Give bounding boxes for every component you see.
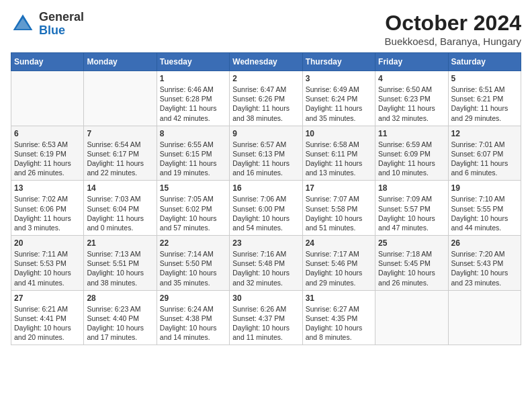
day-number: 19 <box>451 183 518 193</box>
title-block: October 2024 Buekkoesd, Baranya, Hungary <box>385 11 521 47</box>
day-info: Sunrise: 6:51 AM Sunset: 6:21 PM Dayligh… <box>451 85 518 123</box>
day-info: Sunrise: 6:24 AM Sunset: 4:38 PM Dayligh… <box>160 304 226 342</box>
calendar-day: 31Sunrise: 6:27 AM Sunset: 4:35 PM Dayli… <box>302 290 375 345</box>
day-number: 12 <box>451 129 518 138</box>
day-number: 11 <box>378 129 445 138</box>
calendar-header-row: SundayMondayTuesdayWednesdayThursdayFrid… <box>11 53 521 71</box>
day-number: 22 <box>160 238 226 248</box>
day-number: 14 <box>87 183 153 193</box>
day-info: Sunrise: 6:59 AM Sunset: 6:09 PM Dayligh… <box>378 140 445 178</box>
day-number: 21 <box>87 238 153 248</box>
day-number: 20 <box>14 238 81 248</box>
day-number: 31 <box>306 293 372 303</box>
calendar-day: 7Sunrise: 6:54 AM Sunset: 6:17 PM Daylig… <box>84 126 157 181</box>
calendar-day <box>84 71 157 126</box>
calendar-day: 14Sunrise: 7:03 AM Sunset: 6:04 PM Dayli… <box>84 181 157 236</box>
day-info: Sunrise: 7:13 AM Sunset: 5:51 PM Dayligh… <box>87 249 153 287</box>
day-info: Sunrise: 7:06 AM Sunset: 6:00 PM Dayligh… <box>232 194 299 232</box>
day-info: Sunrise: 6:49 AM Sunset: 6:24 PM Dayligh… <box>306 85 372 123</box>
day-info: Sunrise: 6:21 AM Sunset: 4:41 PM Dayligh… <box>14 304 81 342</box>
day-number: 23 <box>232 238 299 248</box>
day-info: Sunrise: 6:47 AM Sunset: 6:26 PM Dayligh… <box>232 85 299 123</box>
day-number: 4 <box>378 74 445 83</box>
day-number: 6 <box>14 129 81 138</box>
calendar-day: 25Sunrise: 7:18 AM Sunset: 5:45 PM Dayli… <box>375 236 448 291</box>
day-info: Sunrise: 7:07 AM Sunset: 5:58 PM Dayligh… <box>306 194 372 232</box>
day-info: Sunrise: 7:01 AM Sunset: 6:07 PM Dayligh… <box>451 140 518 178</box>
calendar-day: 13Sunrise: 7:02 AM Sunset: 6:06 PM Dayli… <box>11 181 84 236</box>
calendar-day: 22Sunrise: 7:14 AM Sunset: 5:50 PM Dayli… <box>157 236 229 291</box>
logo-text: General Blue <box>39 11 84 38</box>
calendar-day: 24Sunrise: 7:17 AM Sunset: 5:46 PM Dayli… <box>302 236 375 291</box>
calendar-day: 8Sunrise: 6:55 AM Sunset: 6:15 PM Daylig… <box>157 126 229 181</box>
day-number: 15 <box>160 183 226 193</box>
calendar-week-3: 13Sunrise: 7:02 AM Sunset: 6:06 PM Dayli… <box>11 181 521 236</box>
day-number: 17 <box>306 183 372 193</box>
calendar-week-4: 20Sunrise: 7:11 AM Sunset: 5:53 PM Dayli… <box>11 236 521 291</box>
day-info: Sunrise: 7:17 AM Sunset: 5:46 PM Dayligh… <box>306 249 372 287</box>
calendar-table: SundayMondayTuesdayWednesdayThursdayFrid… <box>11 52 521 345</box>
day-info: Sunrise: 7:11 AM Sunset: 5:53 PM Dayligh… <box>14 249 81 287</box>
month-title: October 2024 <box>385 11 521 36</box>
day-info: Sunrise: 7:10 AM Sunset: 5:55 PM Dayligh… <box>451 194 518 232</box>
day-number: 26 <box>451 238 518 248</box>
page-header: General Blue October 2024 Buekkoesd, Bar… <box>11 11 521 47</box>
day-number: 13 <box>14 183 81 193</box>
day-number: 27 <box>14 293 81 303</box>
day-number: 18 <box>378 183 445 193</box>
day-info: Sunrise: 6:57 AM Sunset: 6:13 PM Dayligh… <box>232 140 299 178</box>
calendar-day: 28Sunrise: 6:23 AM Sunset: 4:40 PM Dayli… <box>84 290 157 345</box>
calendar-day: 2Sunrise: 6:47 AM Sunset: 6:26 PM Daylig… <box>230 71 302 126</box>
day-info: Sunrise: 6:58 AM Sunset: 6:11 PM Dayligh… <box>306 140 372 178</box>
calendar-day: 15Sunrise: 7:05 AM Sunset: 6:02 PM Dayli… <box>157 181 229 236</box>
day-info: Sunrise: 7:05 AM Sunset: 6:02 PM Dayligh… <box>160 194 226 232</box>
calendar-day: 10Sunrise: 6:58 AM Sunset: 6:11 PM Dayli… <box>302 126 375 181</box>
day-info: Sunrise: 7:20 AM Sunset: 5:43 PM Dayligh… <box>451 249 518 287</box>
day-info: Sunrise: 7:16 AM Sunset: 5:48 PM Dayligh… <box>232 249 299 287</box>
day-number: 10 <box>306 129 372 138</box>
col-header-wednesday: Wednesday <box>230 53 302 71</box>
col-header-sunday: Sunday <box>11 53 84 71</box>
calendar-week-5: 27Sunrise: 6:21 AM Sunset: 4:41 PM Dayli… <box>11 290 521 345</box>
day-number: 9 <box>232 129 299 138</box>
calendar-day: 20Sunrise: 7:11 AM Sunset: 5:53 PM Dayli… <box>11 236 84 291</box>
calendar-day: 29Sunrise: 6:24 AM Sunset: 4:38 PM Dayli… <box>157 290 229 345</box>
col-header-saturday: Saturday <box>448 53 521 71</box>
day-info: Sunrise: 6:55 AM Sunset: 6:15 PM Dayligh… <box>160 140 226 178</box>
calendar-day: 27Sunrise: 6:21 AM Sunset: 4:41 PM Dayli… <box>11 290 84 345</box>
calendar-day: 11Sunrise: 6:59 AM Sunset: 6:09 PM Dayli… <box>375 126 448 181</box>
day-info: Sunrise: 6:50 AM Sunset: 6:23 PM Dayligh… <box>378 85 445 123</box>
calendar-day: 12Sunrise: 7:01 AM Sunset: 6:07 PM Dayli… <box>448 126 521 181</box>
calendar-day: 5Sunrise: 6:51 AM Sunset: 6:21 PM Daylig… <box>448 71 521 126</box>
calendar-day <box>11 71 84 126</box>
col-header-thursday: Thursday <box>302 53 375 71</box>
calendar-day: 17Sunrise: 7:07 AM Sunset: 5:58 PM Dayli… <box>302 181 375 236</box>
day-number: 29 <box>160 293 226 303</box>
logo-icon <box>11 12 35 36</box>
calendar-day: 6Sunrise: 6:53 AM Sunset: 6:19 PM Daylig… <box>11 126 84 181</box>
calendar-week-1: 1Sunrise: 6:46 AM Sunset: 6:28 PM Daylig… <box>11 71 521 126</box>
day-number: 24 <box>306 238 372 248</box>
calendar-day: 26Sunrise: 7:20 AM Sunset: 5:43 PM Dayli… <box>448 236 521 291</box>
calendar-day: 19Sunrise: 7:10 AM Sunset: 5:55 PM Dayli… <box>448 181 521 236</box>
day-info: Sunrise: 7:18 AM Sunset: 5:45 PM Dayligh… <box>378 249 445 287</box>
day-number: 28 <box>87 293 153 303</box>
calendar-day: 1Sunrise: 6:46 AM Sunset: 6:28 PM Daylig… <box>157 71 229 126</box>
calendar-day <box>448 290 521 345</box>
calendar-day: 16Sunrise: 7:06 AM Sunset: 6:00 PM Dayli… <box>230 181 302 236</box>
day-number: 1 <box>160 74 226 83</box>
day-number: 7 <box>87 129 153 138</box>
calendar-day: 18Sunrise: 7:09 AM Sunset: 5:57 PM Dayli… <box>375 181 448 236</box>
day-number: 8 <box>160 129 226 138</box>
col-header-tuesday: Tuesday <box>157 53 229 71</box>
col-header-friday: Friday <box>375 53 448 71</box>
day-info: Sunrise: 6:23 AM Sunset: 4:40 PM Dayligh… <box>87 304 153 342</box>
day-info: Sunrise: 6:54 AM Sunset: 6:17 PM Dayligh… <box>87 140 153 178</box>
day-info: Sunrise: 7:14 AM Sunset: 5:50 PM Dayligh… <box>160 249 226 287</box>
day-number: 3 <box>306 74 372 83</box>
logo: General Blue <box>11 11 84 38</box>
location: Buekkoesd, Baranya, Hungary <box>385 36 521 47</box>
calendar-day: 9Sunrise: 6:57 AM Sunset: 6:13 PM Daylig… <box>230 126 302 181</box>
calendar-day: 21Sunrise: 7:13 AM Sunset: 5:51 PM Dayli… <box>84 236 157 291</box>
day-info: Sunrise: 7:09 AM Sunset: 5:57 PM Dayligh… <box>378 194 445 232</box>
